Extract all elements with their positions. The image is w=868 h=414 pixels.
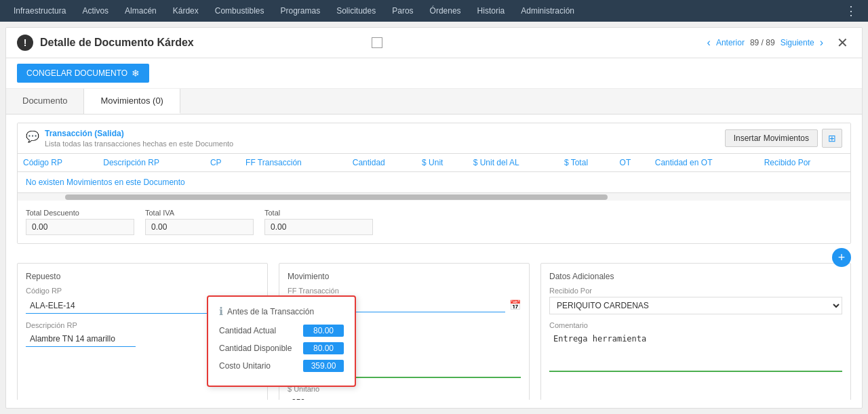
total-descuento-input[interactable] [26, 219, 134, 235]
insert-movements-button[interactable]: Insertar Movimientos [725, 129, 818, 147]
form-section: + Repuesto Código RP ℹ ≡ Descripción RP [17, 255, 851, 400]
datos-panel-title: Datos Adicionales [549, 272, 842, 281]
transaction-header: 💬 Transacción (Salida) Lista todas las t… [18, 123, 850, 153]
nav-item-combustibles[interactable]: Combustibles [207, 0, 273, 22]
transaction-header-left: 💬 Transacción (Salida) Lista todas las t… [26, 129, 233, 148]
col-cp: CP [205, 154, 240, 172]
s-unit-input[interactable] [288, 395, 397, 400]
transaction-title: Transacción (Salida) [45, 129, 233, 138]
total-input[interactable] [264, 219, 373, 235]
tab-bar: Documento Movimientos (0) [6, 89, 862, 115]
repuesto-panel-title: Repuesto [26, 272, 259, 281]
add-row-button[interactable]: + [832, 248, 851, 267]
nav-item-historia[interactable]: Historia [469, 0, 513, 22]
next-label[interactable]: Siguiente [781, 38, 814, 47]
s-unit-group: $ Unitario [288, 385, 521, 400]
modal-header: ! Detalle de Documento Kárdex ‹ Anterior… [6, 28, 862, 58]
col-descripcion-rp: Descripción RP [98, 154, 205, 172]
calendar-icon: 📅 [509, 299, 521, 310]
modal-navigation: ‹ Anterior 89 / 89 Siguiente › [707, 37, 823, 49]
codigo-rp-input[interactable] [26, 298, 216, 314]
descripcion-rp-input[interactable] [26, 331, 136, 347]
top-navigation: Infraestructura Activos Almacén Kárdex C… [0, 0, 868, 22]
tooltip-row-cantidad-actual: Cantidad Actual 80.00 [219, 325, 344, 337]
tooltip-header: ℹ Antes de la Transacción [219, 305, 344, 318]
datos-adicionales-panel: Datos Adicionales Recibido Por PERIQUITO… [540, 263, 851, 400]
freeze-label: CONGELAR DOCUMENTO [26, 68, 127, 78]
page-count: 89 / 89 [750, 38, 775, 47]
content-area: 💬 Transacción (Salida) Lista todas las t… [6, 115, 862, 400]
nav-item-administracion[interactable]: Administración [513, 0, 583, 22]
tooltip-popup: ℹ Antes de la Transacción Cantidad Actua… [207, 295, 356, 387]
action-bar: CONGELAR DOCUMENTO ❄ [6, 58, 862, 89]
prev-label[interactable]: Anterior [716, 38, 745, 47]
recibido-por-select[interactable]: PERIQUITO CARDENAS [549, 297, 842, 314]
ff-transaccion-label: FF Transacción [288, 287, 521, 295]
col-total: $ Total [559, 154, 614, 172]
nav-item-infraestructura[interactable]: Infraestructura [5, 0, 74, 22]
no-data-row: No existen Movimientos en este Documento [18, 172, 850, 193]
no-data-rest: Movimientos en este Documento [66, 178, 185, 187]
comentario-textarea[interactable]: Entrega herramienta [549, 331, 842, 372]
transaction-subtitle: Lista todas las transacciones hechas en … [45, 140, 233, 148]
nav-item-solicitudes[interactable]: Solicitudes [328, 0, 384, 22]
col-unit: $ Unit [416, 154, 468, 172]
close-button[interactable]: ✕ [834, 35, 851, 51]
tooltip-value-costo-unitario: 359.00 [303, 360, 344, 372]
movimiento-panel-title: Movimiento [288, 272, 521, 281]
tab-documento[interactable]: Documento [6, 89, 84, 114]
col-ff-transaccion: FF Transacción [240, 154, 347, 172]
nav-item-programas[interactable]: Programas [272, 0, 328, 22]
modal-checkbox[interactable] [372, 37, 382, 48]
tab-movimientos[interactable]: Movimientos (0) [84, 89, 180, 114]
movements-table: Código RP Descripción RP CP FF Transacci… [18, 153, 850, 192]
prev-button[interactable]: ‹ [707, 37, 711, 49]
tooltip-row-costo-unitario: Costo Unitario 359.00 [219, 360, 344, 372]
tooltip-info-icon: ℹ [219, 305, 223, 318]
tooltip-label-cantidad-actual: Cantidad Actual [219, 326, 276, 335]
total-label: Total [264, 209, 373, 217]
modal-title: Detalle de Documento Kárdex [40, 37, 365, 49]
recibido-por-group: Recibido Por PERIQUITO CARDENAS [549, 287, 842, 314]
col-codigo-rp: Código RP [18, 154, 98, 172]
freeze-icon: ❄ [132, 68, 140, 79]
more-options-icon[interactable]: ⋮ [840, 3, 863, 18]
modal-container: ! Detalle de Documento Kárdex ‹ Anterior… [5, 27, 863, 409]
grid-view-button[interactable]: ⊞ [822, 129, 842, 148]
recibido-por-label: Recibido Por [549, 287, 842, 295]
col-cantidad: Cantidad [347, 154, 416, 172]
chat-icon: 💬 [26, 130, 39, 143]
modal-header-icon: ! [17, 35, 33, 51]
tooltip-label-costo-unitario: Costo Unitario [219, 361, 271, 371]
total-iva-field: Total IVA [145, 209, 254, 235]
next-button[interactable]: › [820, 37, 823, 49]
total-field: Total [264, 209, 373, 235]
nav-item-almacen[interactable]: Almacén [117, 0, 165, 22]
col-cantidad-ot: Cantidad en OT [650, 154, 759, 172]
codigo-rp-label: Código RP [26, 287, 259, 295]
transaction-section: 💬 Transacción (Salida) Lista todas las t… [17, 123, 851, 244]
freeze-document-button[interactable]: CONGELAR DOCUMENTO ❄ [17, 64, 149, 83]
tooltip-value-cantidad-actual: 80.00 [303, 325, 344, 337]
total-iva-input[interactable] [145, 219, 254, 235]
horizontal-scrollbar[interactable] [18, 192, 850, 201]
totals-row: Total Descuento Total IVA Total [18, 201, 850, 243]
col-unit-al: $ Unit del AL [468, 154, 559, 172]
nav-item-paros[interactable]: Paros [384, 0, 421, 22]
nav-item-kardex[interactable]: Kárdex [165, 0, 207, 22]
col-ot: OT [614, 154, 650, 172]
scroll-thumb [65, 194, 608, 200]
total-descuento-label: Total Descuento [26, 209, 134, 217]
tooltip-row-cantidad-disponible: Cantidad Disponible 80.00 [219, 342, 344, 354]
col-recibido-por: Recibido Por [759, 154, 850, 172]
tooltip-value-cantidad-disponible: 80.00 [303, 342, 344, 354]
no-data-text: No existen [26, 178, 64, 187]
comentario-group: Comentario Entrega herramienta [549, 321, 842, 374]
total-descuento-field: Total Descuento [26, 209, 134, 235]
nav-item-activos[interactable]: Activos [74, 0, 117, 22]
comentario-label: Comentario [549, 321, 842, 329]
tooltip-label-cantidad-disponible: Cantidad Disponible [219, 344, 292, 353]
nav-item-ordenes[interactable]: Órdenes [422, 0, 469, 22]
tooltip-title: Antes de la Transacción [227, 307, 314, 316]
total-iva-label: Total IVA [145, 209, 254, 217]
